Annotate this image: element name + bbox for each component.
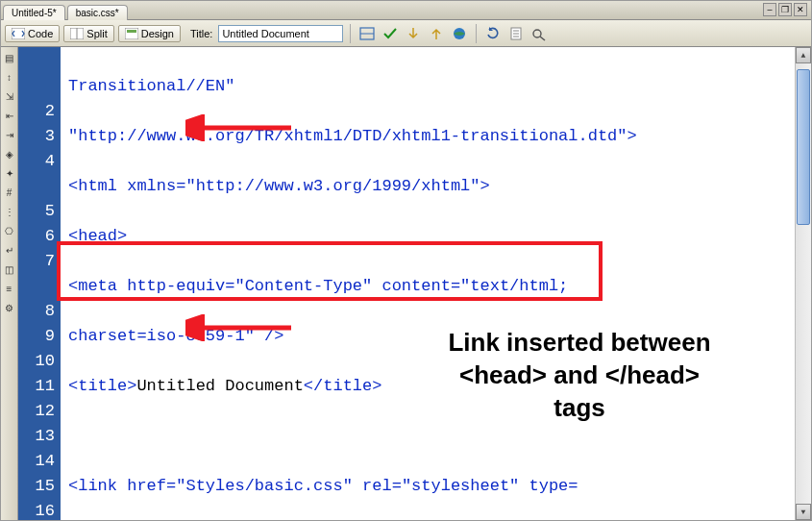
- design-view-label: Design: [141, 28, 174, 39]
- expand-icon[interactable]: ⇲: [3, 89, 16, 103]
- nosplit-icon[interactable]: [357, 24, 377, 43]
- file-options-icon[interactable]: [506, 24, 526, 43]
- code-view-button[interactable]: Code: [5, 25, 60, 42]
- word-wrap-icon[interactable]: ↵: [3, 243, 16, 257]
- scroll-up-button[interactable]: ▲: [796, 47, 811, 63]
- svg-rect-3: [125, 28, 138, 39]
- validate-icon[interactable]: [404, 24, 423, 43]
- window-close-button[interactable]: ✕: [794, 3, 807, 16]
- svg-rect-0: [12, 28, 25, 39]
- document-title-input[interactable]: [218, 25, 343, 42]
- vertical-scrollbar[interactable]: ▲ ▼: [795, 47, 811, 520]
- code-editor[interactable]: 234 567 89101112131415161718 Transitiona…: [18, 47, 811, 520]
- collapse-icon[interactable]: ↕: [3, 70, 16, 84]
- line-number-gutter: 234 567 89101112131415161718: [18, 47, 61, 520]
- preview-globe-icon[interactable]: [450, 24, 469, 43]
- scroll-down-button[interactable]: ▼: [796, 504, 811, 520]
- title-field-label: Title:: [190, 28, 212, 39]
- svg-line-13: [540, 37, 545, 40]
- window-minimize-button[interactable]: –: [763, 3, 776, 16]
- code-toolbar-vertical: ▤ ↕ ⇲ ⇤ ⇥ ◈ ✦ # ⋮ ⎔ ↵ ◫ ≡ ⚙: [1, 47, 18, 520]
- scroll-thumb[interactable]: [796, 63, 811, 504]
- line-numbers-icon[interactable]: ⋮: [3, 205, 16, 218]
- format-icon[interactable]: ⚙: [3, 301, 16, 314]
- code-icon: [12, 28, 25, 39]
- tab-basic-css[interactable]: basic.css*: [67, 5, 128, 20]
- window-restore-button[interactable]: ❐: [778, 3, 792, 16]
- snippets-icon[interactable]: ◫: [3, 262, 16, 276]
- design-icon: [125, 28, 138, 39]
- upload-icon[interactable]: [427, 24, 446, 43]
- toolbar-separator: [476, 24, 477, 43]
- select-tag-icon[interactable]: ✦: [3, 166, 16, 180]
- svg-rect-4: [127, 30, 136, 33]
- outdent-icon[interactable]: ⇤: [3, 109, 16, 122]
- ruler-icon[interactable]: ≡: [3, 282, 16, 295]
- svg-point-12: [533, 30, 541, 37]
- refresh-icon[interactable]: [483, 24, 503, 43]
- design-view-button[interactable]: Design: [118, 25, 181, 42]
- toolbar-separator: [350, 24, 351, 43]
- balance-braces-icon[interactable]: #: [3, 186, 16, 199]
- document-toolbar: Code Split Design Title:: [1, 20, 811, 47]
- visual-aids-icon[interactable]: [529, 24, 549, 43]
- file-tab-strip: Untitled-5* basic.css* – ❐ ✕: [1, 1, 811, 20]
- split-view-label: Split: [86, 28, 107, 39]
- split-view-button[interactable]: Split: [63, 25, 113, 42]
- highlight-invalid-icon[interactable]: ⎔: [3, 224, 16, 237]
- open-documents-icon[interactable]: ▤: [3, 51, 16, 64]
- code-view-label: Code: [28, 28, 53, 39]
- indent-icon[interactable]: ⇥: [3, 128, 16, 141]
- parent-tag-icon[interactable]: ◈: [3, 147, 16, 161]
- code-content[interactable]: Transitional//EN" "http://www.w3.org/TR/…: [61, 47, 795, 520]
- split-icon: [70, 28, 84, 39]
- tab-untitled-5[interactable]: Untitled-5*: [3, 5, 65, 20]
- browser-check-icon[interactable]: [381, 24, 400, 43]
